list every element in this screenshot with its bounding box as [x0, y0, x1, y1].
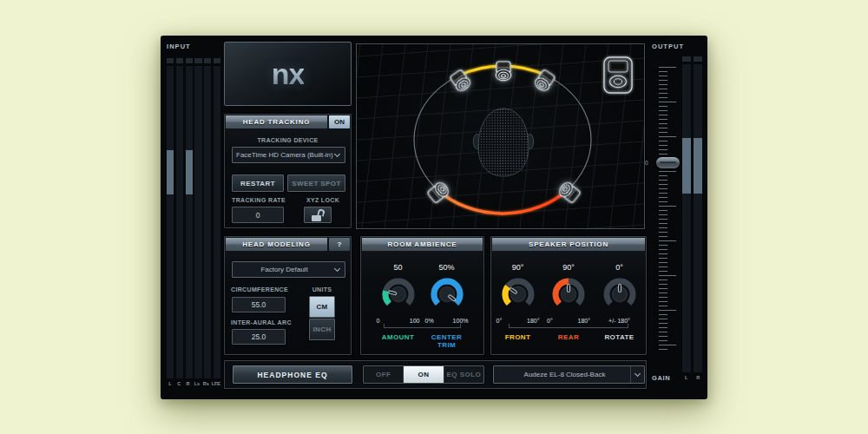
head-visualization: [357, 44, 644, 228]
room-ambience-knobs: 500100AMOUNT 50%0%100%CENTER TRIM: [361, 263, 483, 349]
headphone-preset-value: Audeze EL-8 Closed-Back: [494, 371, 644, 378]
head-tracking-on-toggle[interactable]: ON: [329, 115, 350, 128]
knob-value: 90°: [544, 263, 593, 274]
knob-label: REAR: [544, 333, 593, 341]
knob-max: 180°: [527, 318, 539, 324]
knob-value: 50%: [423, 263, 471, 274]
output-meters: [682, 56, 702, 372]
tracking-device-dropdown[interactable]: FaceTime HD Camera (Built-in): [232, 147, 345, 163]
level-meter: [176, 58, 183, 378]
level-meter: [694, 56, 702, 372]
waves-nx-plugin-window: INPUT LCRLsRsLFE nx HEAD TRACKING ON TRA…: [161, 36, 707, 399]
room-ambience-panel: ROOM AMBIENCE 500100AMOUNT 50%0%100%CENT…: [360, 236, 484, 355]
head-modeling-header: HEAD MODELING: [226, 238, 327, 251]
output-section-label: OUTPUT: [652, 43, 684, 50]
clip-indicator: [214, 58, 220, 63]
center-trim-knob[interactable]: 50%0%100%CENTER TRIM: [423, 263, 471, 349]
knob-max: 100: [410, 318, 420, 324]
tracking-device-value: FaceTime HD Camera (Built-in): [233, 151, 345, 159]
knob-min: 0°: [496, 318, 503, 324]
circumference-label: CIRCUMFERENCE: [231, 286, 306, 293]
sweet-spot-button[interactable]: SWEET SPOT: [287, 174, 345, 192]
clip-indicator: [176, 58, 183, 63]
rotate-knob[interactable]: 0°+/- 180°ROTATE: [595, 263, 644, 341]
xyz-lock-label: XYZ LOCK: [301, 197, 345, 203]
eq-mode-on[interactable]: ON: [404, 366, 444, 383]
level-meter: [214, 58, 220, 378]
input-section-label: INPUT: [167, 43, 191, 50]
head-model-preset-dropdown[interactable]: Factory Default: [232, 261, 345, 278]
channel-label: R: [694, 375, 703, 380]
knob-label: ROTATE: [595, 333, 644, 341]
gain-label: GAIN: [652, 374, 670, 382]
input-channel-labels: LCRLsRsLFE: [167, 381, 220, 386]
level-meter: [167, 58, 174, 378]
room-ambience-header: ROOM AMBIENCE: [362, 238, 483, 251]
knob-min: 0: [377, 318, 380, 324]
knob-label: AMOUNT: [374, 333, 423, 341]
level-meter: [204, 58, 211, 378]
head-tracking-panel: HEAD TRACKING ON TRACKING DEVICE FaceTim…: [224, 114, 352, 228]
inter-aural-arc-field[interactable]: 25.0: [232, 329, 286, 345]
amount-knob[interactable]: 500100AMOUNT: [374, 263, 423, 349]
inter-aural-arc-label: INTER-AURAL ARC: [231, 319, 311, 326]
clip-indicator: [204, 58, 211, 63]
circumference-field[interactable]: 55.0: [232, 297, 286, 312]
clip-indicator: [167, 58, 174, 63]
fader-zero-label: 0: [645, 160, 648, 166]
clip-indicator: [194, 58, 201, 63]
eq-mode-switch: OFF ON EQ SOLO: [363, 365, 484, 384]
tracking-rate-field[interactable]: 0: [232, 207, 284, 223]
camera-icon: [604, 57, 632, 93]
tracking-device-label: TRACKING DEVICE: [225, 137, 351, 143]
nx-logo: nx: [224, 42, 352, 106]
output-channel-labels: LR: [682, 375, 702, 380]
knob-value: 0°: [595, 263, 644, 274]
xyz-lock-button[interactable]: [304, 207, 332, 223]
knob-dial[interactable]: [427, 274, 467, 314]
rear-angle-knob[interactable]: 90°0°180°REAR: [544, 263, 593, 341]
gain-fader-handle[interactable]: [656, 157, 680, 168]
knob-link-bracket: [509, 324, 628, 328]
channel-label: Ls: [194, 381, 201, 386]
knob-value: 90°: [494, 263, 542, 274]
knob-dial[interactable]: [600, 274, 640, 314]
channel-label: LFE: [212, 381, 220, 386]
speaker-position-header: SPEAKER POSITION: [492, 238, 645, 251]
speaker-layout-display: [356, 43, 645, 229]
unit-cm-button[interactable]: CM: [309, 296, 335, 318]
eq-mode-solo[interactable]: EQ SOLO: [444, 366, 483, 383]
knob-min: 0%: [425, 318, 434, 324]
clip-indicator: [694, 56, 702, 62]
restart-button[interactable]: RESTART: [232, 174, 284, 192]
head-modeling-panel: HEAD MODELING ? Factory Default CIRCUMFE…: [224, 236, 352, 355]
unlock-icon: [312, 209, 325, 221]
headphone-eq-title: HEADPHONE EQ: [233, 365, 352, 384]
unit-inch-button[interactable]: INCH: [309, 319, 335, 340]
knob-value: 50: [374, 263, 423, 274]
head-model-preset-value: Factory Default: [233, 266, 345, 273]
level-meter: [186, 58, 193, 378]
knob-max: 180°: [578, 318, 590, 324]
knob-range: +/- 180°: [608, 318, 630, 324]
level-meter: [194, 58, 201, 378]
headphone-eq-bar: HEADPHONE EQ OFF ON EQ SOLO Audeze EL-8 …: [224, 360, 647, 389]
gain-ruler: [657, 67, 678, 353]
nx-logo-text: nx: [272, 57, 305, 91]
page-background: INPUT LCRLsRsLFE nx HEAD TRACKING ON TRA…: [0, 0, 868, 434]
head-tracking-header: HEAD TRACKING: [226, 115, 327, 128]
headphone-preset-dropdown[interactable]: Audeze EL-8 Closed-Back: [493, 365, 645, 384]
knob-dial[interactable]: [498, 274, 538, 314]
knob-dial[interactable]: [549, 274, 589, 314]
front-angle-knob[interactable]: 90°0°180°FRONT: [494, 263, 542, 341]
knob-label: CENTER TRIM: [423, 333, 471, 349]
eq-mode-off[interactable]: OFF: [364, 366, 404, 383]
knob-dial[interactable]: [378, 274, 418, 314]
knob-min: 0°: [547, 318, 553, 324]
channel-label: L: [167, 381, 174, 386]
channel-label: R: [185, 381, 192, 386]
help-button[interactable]: ?: [329, 238, 350, 251]
speaker-position-panel: SPEAKER POSITION 90°0°180°FRONT 90°0°180…: [490, 236, 647, 355]
knob-link-bracket: [384, 324, 461, 328]
channel-label: Rs: [202, 381, 209, 386]
